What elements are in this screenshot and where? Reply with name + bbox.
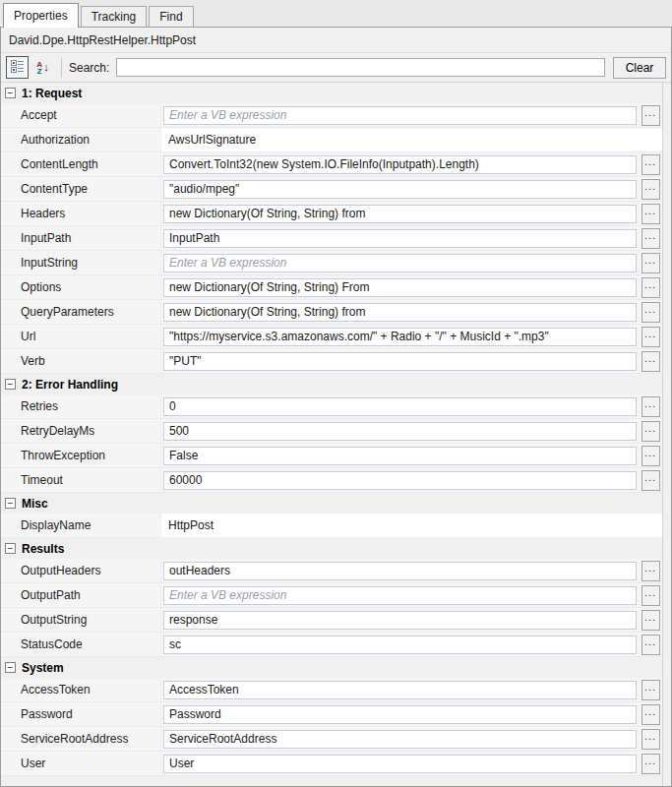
property-row-OutputPath: OutputPathEnter a VB expression...: [1, 583, 662, 608]
value-input[interactable]: sc: [163, 636, 637, 654]
clear-button[interactable]: Clear: [613, 57, 666, 79]
property-value-cell: AwsUrlSignature: [161, 128, 662, 152]
property-name: ServiceRootAddress: [1, 727, 161, 752]
ellipsis-button[interactable]: ...: [641, 585, 660, 606]
tab-tracking[interactable]: Tracking: [81, 6, 148, 27]
tab-properties[interactable]: Properties: [3, 3, 79, 28]
value-input[interactable]: outHeaders: [163, 562, 637, 580]
property-value-cell: response: [161, 608, 639, 633]
ellipsis-button[interactable]: ...: [641, 396, 660, 417]
ellipsis-button[interactable]: ...: [641, 228, 660, 249]
ellipsis-button-cell: ...: [639, 325, 662, 349]
property-value-cell: new Dictionary(Of String, String) From: [161, 275, 639, 300]
section-title: 1: Request: [22, 87, 82, 100]
property-name: Options: [1, 275, 161, 300]
ellipsis-button-cell: ...: [639, 633, 662, 657]
ellipsis-button-cell: ...: [639, 300, 662, 325]
search-input[interactable]: [116, 58, 605, 77]
property-grid-wrap: −1: RequestAcceptEnter a VB expression..…: [1, 83, 671, 786]
value-input[interactable]: new Dictionary(Of String, String) From: [163, 278, 637, 297]
ellipsis-button-cell: ...: [639, 727, 662, 752]
ellipsis-button[interactable]: ...: [641, 635, 660, 655]
value-input[interactable]: Enter a VB expression: [163, 254, 637, 272]
value-input[interactable]: new Dictionary(Of String, String) from: [163, 303, 637, 322]
ellipsis-button[interactable]: ...: [641, 327, 660, 347]
value-text: InputPath: [169, 231, 219, 245]
value-input[interactable]: False: [163, 447, 637, 465]
ellipsis-button[interactable]: ...: [641, 277, 660, 298]
ellipsis-button[interactable]: ...: [641, 179, 660, 200]
ellipsis-button-cell: ...: [639, 177, 662, 202]
ellipsis-button[interactable]: ...: [641, 421, 660, 442]
activity-title-bar: David.Dpe.HttpRestHelper.HttpPost: [1, 28, 671, 53]
tab-find[interactable]: Find: [149, 6, 193, 27]
property-value-cell: 500: [161, 419, 639, 444]
value-text: 0: [169, 399, 176, 413]
value-input[interactable]: "https://myservice.s3.amazonaws.com/" + …: [163, 328, 637, 346]
ellipsis-button-cell: ...: [639, 752, 662, 776]
properties-panel: David.Dpe.HttpRestHelper.HttpPost AZ: [0, 27, 672, 787]
value-text: "audio/mpeg": [169, 182, 239, 196]
value-input[interactable]: Convert.ToInt32(new System.IO.FileInfo(I…: [163, 155, 637, 174]
property-row-Authorization: AuthorizationAwsUrlSignature: [1, 128, 662, 152]
ellipsis-button[interactable]: ...: [641, 754, 660, 774]
value-input[interactable]: ServiceRootAddress: [163, 730, 637, 749]
ellipsis-button[interactable]: ...: [641, 729, 660, 750]
sort-alphabetical-button[interactable]: AZ ↓: [31, 56, 54, 79]
properties-toolbar: AZ ↓ Search: Clear: [1, 53, 671, 83]
collapse-icon[interactable]: −: [5, 662, 16, 673]
property-row-User: UserUser...: [1, 752, 662, 776]
activity-title: David.Dpe.HttpRestHelper.HttpPost: [9, 33, 196, 47]
value-input[interactable]: InputPath: [163, 229, 637, 248]
collapse-icon[interactable]: −: [5, 88, 16, 98]
property-value-cell: Enter a VB expression: [161, 251, 639, 275]
section-title: 2: Error Handling: [22, 378, 118, 392]
collapse-icon[interactable]: −: [5, 379, 16, 390]
collapse-icon[interactable]: −: [5, 543, 16, 554]
property-name: Retries: [1, 394, 161, 419]
value-text: Password: [169, 707, 221, 721]
property-name: Headers: [1, 202, 161, 226]
categorized-view-button[interactable]: [6, 56, 29, 79]
ellipsis-button[interactable]: ...: [641, 105, 660, 126]
ellipsis-button[interactable]: ...: [641, 253, 660, 273]
ellipsis-button[interactable]: ...: [641, 680, 660, 700]
value-text: Enter a VB expression: [169, 108, 286, 122]
value-input[interactable]: response: [163, 611, 637, 630]
ellipsis-button-cell: ...: [639, 702, 662, 727]
ellipsis-button-cell: ...: [639, 394, 662, 419]
value-input[interactable]: Password: [163, 705, 637, 724]
value-input[interactable]: 500: [163, 422, 637, 441]
property-row-InputPath: InputPathInputPath...: [1, 226, 662, 251]
value-input[interactable]: 60000: [163, 471, 637, 490]
ellipsis-button[interactable]: ...: [641, 351, 660, 372]
value-input[interactable]: new Dictionary(Of String, String) from: [163, 205, 637, 223]
value-input[interactable]: Enter a VB expression: [163, 106, 637, 125]
tab-bar: PropertiesTrackingFind: [0, 0, 672, 27]
section-header: −System: [1, 657, 662, 678]
ellipsis-button[interactable]: ...: [641, 302, 660, 323]
property-row-Url: Url"https://myservice.s3.amazonaws.com/"…: [1, 325, 662, 349]
ellipsis-button[interactable]: ...: [641, 704, 660, 725]
property-row-ContentLength: ContentLengthConvert.ToInt32(new System.…: [1, 152, 662, 177]
ellipsis-button[interactable]: ...: [641, 446, 660, 466]
value-input[interactable]: AccessToken: [163, 681, 637, 699]
value-input[interactable]: User: [163, 755, 637, 773]
property-name: OutputPath: [1, 583, 161, 608]
property-value-cell: new Dictionary(Of String, String) from: [161, 300, 639, 325]
value-text: False: [169, 449, 198, 462]
vertical-scrollbar[interactable]: [662, 83, 671, 786]
value-input[interactable]: "audio/mpeg": [163, 180, 637, 199]
value-input[interactable]: "PUT": [163, 352, 637, 371]
value-text: sc: [169, 637, 181, 651]
sort-alphabetical-icon: AZ ↓: [36, 61, 48, 75]
value-input[interactable]: Enter a VB expression: [163, 586, 637, 605]
ellipsis-button[interactable]: ...: [641, 204, 660, 224]
ellipsis-button[interactable]: ...: [641, 561, 660, 581]
ellipsis-button[interactable]: ...: [641, 470, 660, 491]
section-header: −1: Request: [1, 83, 662, 103]
value-input[interactable]: 0: [163, 397, 637, 416]
ellipsis-button[interactable]: ...: [641, 610, 660, 631]
collapse-icon[interactable]: −: [5, 498, 16, 509]
ellipsis-button[interactable]: ...: [641, 154, 660, 175]
